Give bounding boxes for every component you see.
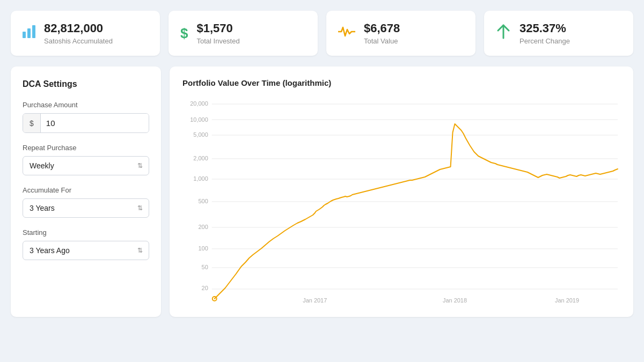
satoshis-label: Satoshis Accumulated [44, 37, 113, 45]
purchase-amount-label: Purchase Amount [23, 101, 149, 109]
svg-text:20,000: 20,000 [190, 100, 208, 107]
svg-text:Jan 2017: Jan 2017 [303, 297, 327, 304]
repeat-purchase-select[interactable]: Daily Weekly Monthly [23, 156, 149, 175]
chart-container: 20,000 10,000 5,000 2,000 1,000 500 200 … [182, 96, 620, 305]
starting-select[interactable]: 1 Year Ago 2 Years Ago 3 Years Ago 4 Yea… [23, 241, 149, 260]
purchase-amount-group: Purchase Amount $ .00 [23, 101, 149, 133]
repeat-purchase-group: Repeat Purchase Daily Weekly Monthly [23, 144, 149, 175]
svg-text:Jan 2019: Jan 2019 [555, 297, 579, 304]
svg-text:5,000: 5,000 [193, 131, 208, 138]
percent-change-card: 325.37% Percent Change [484, 11, 633, 56]
svg-text:100: 100 [198, 245, 208, 252]
repeat-purchase-label: Repeat Purchase [23, 144, 149, 152]
total-value-card: $6,678 Total Value [326, 11, 475, 56]
svg-text:Jan 2018: Jan 2018 [443, 297, 467, 304]
satoshis-value: 82,812,000 [44, 21, 113, 35]
bars-icon [23, 25, 35, 42]
settings-panel: DCA Settings Purchase Amount $ .00 Repea… [11, 67, 161, 317]
total-value-value: $6,678 [364, 21, 400, 35]
accumulate-for-select-wrapper: 1 Year 2 Years 3 Years 4 Years 5 Years [23, 198, 149, 218]
svg-text:500: 500 [198, 198, 208, 204]
percent-change-label: Percent Change [519, 37, 570, 45]
svg-text:2,000: 2,000 [193, 155, 208, 161]
svg-text:10,000: 10,000 [190, 116, 208, 123]
repeat-purchase-select-wrapper: Daily Weekly Monthly [23, 156, 149, 175]
svg-text:1,000: 1,000 [193, 175, 208, 182]
accumulate-for-label: Accumulate For [23, 186, 149, 194]
svg-text:50: 50 [202, 264, 208, 270]
chart-panel: Portfolio Value Over Time (logarithmic) … [170, 67, 633, 317]
svg-text:200: 200 [198, 224, 208, 230]
starting-label: Starting [23, 228, 149, 237]
svg-text:20: 20 [202, 285, 208, 291]
purchase-amount-input[interactable] [41, 114, 149, 132]
dollar-icon: $ [180, 25, 188, 42]
accumulate-for-select[interactable]: 1 Year 2 Years 3 Years 4 Years 5 Years [23, 198, 149, 218]
purchase-amount-input-wrapper: $ .00 [23, 113, 149, 133]
portfolio-chart: 20,000 10,000 5,000 2,000 1,000 500 200 … [182, 96, 620, 305]
starting-select-wrapper: 1 Year Ago 2 Years Ago 3 Years Ago 4 Yea… [23, 241, 149, 260]
starting-group: Starting 1 Year Ago 2 Years Ago 3 Years … [23, 228, 149, 260]
invested-label: Total Invested [196, 37, 239, 45]
accumulate-for-group: Accumulate For 1 Year 2 Years 3 Years 4 … [23, 186, 149, 218]
invested-value: $1,570 [196, 21, 239, 35]
satoshis-card: 82,812,000 Satoshis Accumulated [11, 11, 160, 56]
main-area: DCA Settings Purchase Amount $ .00 Repea… [11, 67, 633, 317]
top-cards-section: 82,812,000 Satoshis Accumulated $ $1,570… [11, 11, 633, 56]
settings-title: DCA Settings [23, 79, 149, 89]
percent-change-value: 325.37% [519, 21, 570, 35]
invested-card: $ $1,570 Total Invested [169, 11, 318, 56]
dollar-prefix: $ [23, 114, 41, 132]
arrow-up-icon [496, 23, 511, 44]
chart-title: Portfolio Value Over Time (logarithmic) [182, 78, 620, 87]
pulse-icon [338, 25, 355, 41]
total-value-label: Total Value [364, 37, 400, 45]
